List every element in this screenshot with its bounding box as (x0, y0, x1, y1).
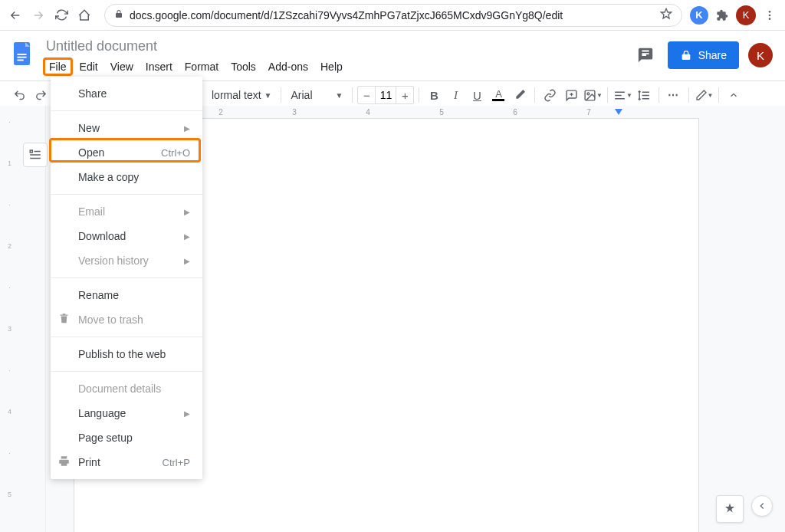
insert-image-button[interactable]: ▼ (583, 85, 603, 105)
vertical-ruler[interactable]: ·1·2·3·4·5 (8, 118, 11, 498)
font-size-increase[interactable]: + (396, 89, 413, 102)
ruler-tick: 7 (586, 108, 591, 117)
menu-edit[interactable]: Edit (74, 57, 103, 76)
menu-tools[interactable]: Tools (225, 57, 261, 76)
share-button[interactable]: Share (668, 41, 739, 69)
svg-rect-5 (18, 57, 27, 58)
bookmark-star-icon[interactable] (660, 8, 672, 22)
redo-button[interactable] (31, 85, 51, 105)
font-size-value[interactable]: 11 (375, 87, 396, 103)
text-color-button[interactable]: A (488, 85, 508, 105)
svg-point-8 (587, 92, 590, 94)
line-spacing-button[interactable] (634, 85, 654, 105)
menu-format[interactable]: Format (179, 57, 224, 76)
doc-title[interactable]: Untitled document (43, 37, 632, 56)
file-menu-dropdown: Share New▶ OpenCtrl+O Make a copy Email▶… (51, 77, 202, 479)
svg-point-2 (769, 18, 771, 20)
menu-item-doc-details[interactable]: Document details (51, 376, 202, 401)
comments-button[interactable] (632, 42, 659, 68)
vruler-tick: 4 (8, 408, 11, 415)
font-size-control: − 11 + (357, 86, 414, 104)
menu-item-make-copy[interactable]: Make a copy (51, 165, 202, 189)
chrome-menu-button[interactable] (760, 6, 779, 25)
menu-addons[interactable]: Add-ons (263, 57, 314, 76)
menu-view[interactable]: View (105, 57, 139, 76)
explore-button[interactable] (716, 495, 744, 523)
underline-button[interactable]: U (467, 85, 487, 105)
nav-forward-button[interactable] (29, 6, 48, 25)
svg-rect-4 (18, 54, 27, 55)
vruler-tick: · (8, 366, 11, 374)
add-comment-button[interactable] (561, 85, 581, 105)
ruler-tick: 4 (366, 108, 370, 117)
extensions-button[interactable] (713, 6, 731, 25)
nav-home-button[interactable] (75, 6, 94, 25)
editing-mode-button[interactable]: ▼ (694, 85, 714, 105)
menu-help[interactable]: Help (315, 57, 348, 76)
highlight-button[interactable] (510, 85, 530, 105)
right-indent-icon[interactable] (615, 109, 622, 117)
hide-menus-button[interactable] (724, 85, 744, 105)
menu-item-download[interactable]: Download▶ (51, 224, 202, 248)
menu-item-language[interactable]: Language▶ (51, 401, 202, 425)
align-button[interactable]: ▼ (613, 85, 632, 105)
menu-item-publish[interactable]: Publish to the web (51, 342, 202, 366)
omnibox[interactable]: docs.google.com/document/d/1ZSzcahi79Vyv… (104, 4, 682, 27)
font-size-decrease[interactable]: − (358, 89, 375, 102)
nav-reload-button[interactable] (52, 6, 71, 25)
profile-avatar[interactable]: K (736, 5, 756, 25)
italic-button[interactable]: I (445, 85, 465, 105)
menu-file[interactable]: File (43, 57, 73, 76)
menu-item-new[interactable]: New▶ (51, 116, 202, 140)
menu-item-move-to-trash[interactable]: Move to trash (51, 307, 202, 332)
menu-item-rename[interactable]: Rename (51, 283, 202, 307)
ruler-tick: 2 (218, 108, 223, 117)
vruler-tick: 3 (8, 325, 11, 333)
docs-header: Untitled document File Edit View Insert … (0, 31, 785, 76)
trash-icon (58, 313, 70, 327)
share-label: Share (698, 49, 727, 61)
docs-logo[interactable] (9, 40, 40, 71)
undo-button[interactable] (9, 85, 29, 105)
extension-badge[interactable]: K (690, 6, 708, 25)
print-icon (58, 455, 70, 470)
vruler-tick: · (8, 284, 11, 291)
browser-toolbar: docs.google.com/document/d/1ZSzcahi79Vyv… (0, 0, 785, 31)
omnibox-url: docs.google.com/document/d/1ZSzcahi79Vyv… (130, 9, 563, 21)
svg-rect-9 (30, 150, 32, 153)
vruler-tick: · (8, 118, 11, 126)
toolbar-more-button[interactable]: ⋯ (664, 85, 684, 105)
font-family-dropdown[interactable]: Arial▼ (286, 89, 347, 101)
menu-item-page-setup[interactable]: Page setup (51, 425, 202, 450)
vruler-tick: 1 (8, 159, 11, 167)
menu-item-email[interactable]: Email▶ (51, 199, 202, 224)
menu-item-version-history[interactable]: Version history▶ (51, 248, 202, 273)
vruler-tick: 2 (8, 242, 11, 250)
menu-item-share[interactable]: Share (51, 81, 202, 106)
ruler-tick: 6 (513, 108, 517, 117)
menu-item-open[interactable]: OpenCtrl+O (51, 140, 202, 165)
vruler-tick: · (8, 449, 11, 457)
side-panel-toggle[interactable] (751, 495, 773, 517)
vruler-tick: 5 (8, 491, 11, 498)
lock-icon (114, 9, 123, 21)
nav-back-button[interactable] (6, 6, 25, 25)
svg-point-1 (769, 14, 771, 16)
vruler-tick: · (8, 201, 11, 209)
bold-button[interactable]: B (424, 85, 444, 105)
ruler-tick: 5 (439, 108, 444, 117)
menu-item-print[interactable]: PrintCtrl+P (51, 450, 202, 475)
svg-point-0 (769, 11, 771, 13)
menu-insert[interactable]: Insert (140, 57, 178, 76)
svg-rect-6 (18, 60, 24, 61)
account-avatar[interactable]: K (748, 43, 773, 67)
document-outline-button[interactable] (23, 143, 48, 167)
insert-link-button[interactable] (540, 85, 560, 105)
ruler-tick: 3 (292, 108, 297, 117)
paragraph-style-dropdown[interactable]: lormal text▼ (207, 89, 276, 101)
menubar: File Edit View Insert Format Tools Add-o… (43, 56, 632, 76)
